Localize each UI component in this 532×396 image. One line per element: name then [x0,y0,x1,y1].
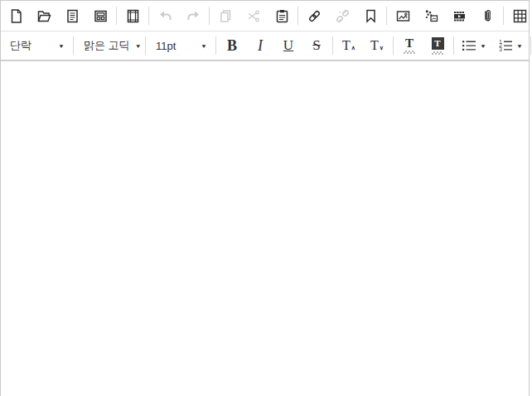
rich-text-editor: » 단락 ▼ 맑은 고딕 ▼ 11pt ▼ B [0,0,530,396]
toolbar-divider [393,36,394,55]
strikethrough-label: S [312,37,320,54]
redo-button[interactable] [179,3,207,28]
toolbar-divider [503,7,504,25]
link-button[interactable] [300,3,328,28]
new-document-icon [8,8,24,24]
image-icon [395,8,411,24]
image-button[interactable] [389,3,417,28]
page-frame-button[interactable] [118,3,147,28]
svg-text:3: 3 [499,46,502,52]
bullet-list-icon [462,39,476,52]
clipboard-icon [274,8,290,24]
link-icon [307,8,322,24]
toolbar-divider [530,36,531,55]
bookmark-icon [363,8,379,24]
table-button[interactable] [505,3,532,28]
table-grid-icon [512,8,528,24]
unlink-icon [335,8,351,24]
toolbar-divider [453,36,454,55]
color-swatch [404,51,415,54]
toolbar-divider [116,7,117,25]
bold-button[interactable]: B [218,33,246,58]
undo-button[interactable] [151,3,179,28]
cut-button[interactable] [239,3,268,28]
toolbar-divider [148,7,149,25]
highlight-box: T [432,37,444,50]
highlight-color-button[interactable]: T [423,33,452,58]
toolbar-divider [386,7,387,25]
copy-button[interactable] [211,3,239,28]
toolbar-divider [145,36,146,55]
color-swatch [432,51,443,55]
chevron-down-icon: ▼ [480,42,486,48]
attachment-button[interactable] [473,3,501,28]
highlight-letter: T [434,39,440,48]
italic-button[interactable]: I [246,33,274,58]
undo-icon [157,8,173,24]
toolbar-divider [332,36,333,55]
underline-button[interactable]: U [274,33,302,58]
numbered-list-button[interactable]: 1 2 3 ▼ [492,33,529,58]
font-size-up-icon: T∧ [342,40,355,51]
unlink-button[interactable] [328,3,356,28]
toolbar-row-main: » [1,1,529,31]
chevron-down-icon: ▼ [135,42,142,48]
numbered-list-icon: 1 2 3 [498,39,513,52]
document-button[interactable] [58,3,86,28]
form-layout-icon [93,8,109,24]
form-layout-button[interactable] [86,3,114,28]
font-size-value: 11pt [156,40,176,52]
font-color-button[interactable]: T [395,33,423,58]
toolbar-divider [297,7,298,25]
photo-gallery-icon [423,8,439,24]
open-file-button[interactable] [30,3,58,28]
chevron-down-icon: ▼ [201,42,207,48]
italic-label: I [258,37,263,55]
paperclip-icon [480,8,496,24]
font-size-select[interactable]: 11pt ▼ [148,34,214,57]
strikethrough-button[interactable]: S [302,33,331,58]
toolbar-divider [209,7,210,25]
new-document-button[interactable] [2,3,30,28]
bookmark-button[interactable] [356,3,384,28]
font-size-up-button[interactable]: T∧ [335,33,363,58]
video-button[interactable] [445,3,473,28]
redo-icon [186,8,201,24]
chevron-down-icon: ▼ [58,42,65,48]
scissors-icon [246,8,262,24]
editor-toolbar: » 단락 ▼ 맑은 고딕 ▼ 11pt ▼ B [1,1,529,61]
open-folder-icon [36,8,52,24]
paragraph-style-value: 단락 [10,38,31,53]
copy-icon [218,8,234,24]
font-size-down-icon: T∨ [370,40,384,51]
toolbar-row-format: 단락 ▼ 맑은 고딕 ▼ 11pt ▼ B I U [1,31,529,60]
page-frame-icon [125,8,141,24]
font-family-value: 맑은 고딕 [84,38,130,53]
editor-content-area[interactable] [1,61,529,396]
font-family-select[interactable]: 맑은 고딕 ▼ [75,34,143,57]
font-color-letter: T [405,37,414,49]
font-size-down-button[interactable]: T∨ [363,33,391,58]
chevron-down-icon: ▼ [516,42,523,48]
bold-label: B [227,37,237,55]
toolbar-divider [73,36,74,55]
paragraph-style-select[interactable]: 단락 ▼ [2,34,71,57]
underline-label: U [283,37,293,54]
toolbar-divider [215,36,216,55]
photo-gallery-button[interactable] [417,3,445,28]
video-icon [452,8,467,24]
paste-button[interactable] [268,3,296,28]
document-text-icon [65,8,80,24]
bullet-list-button[interactable]: ▼ [456,33,492,58]
